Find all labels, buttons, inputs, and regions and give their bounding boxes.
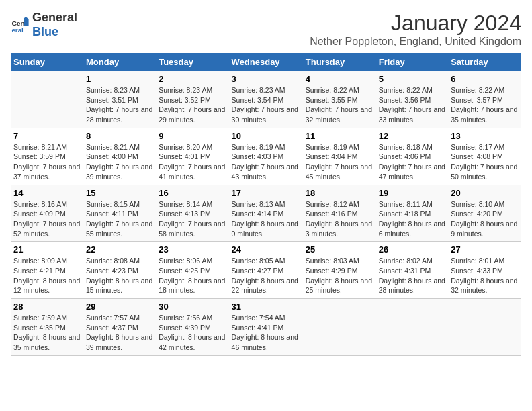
day-number: 31 [232,302,300,312]
subtitle: Nether Poppleton, England, United Kingdo… [310,36,521,48]
calendar-table: SundayMondayTuesdayWednesdayThursdayFrid… [11,53,521,356]
calendar-cell: 31Sunrise: 7:54 AMSunset: 4:41 PMDayligh… [229,299,303,356]
cell-content: Sunrise: 8:11 AMSunset: 4:18 PMDaylight:… [379,199,445,239]
col-header-tuesday: Tuesday [156,53,228,71]
day-number: 3 [232,74,300,84]
cell-content: Sunrise: 8:22 AMSunset: 3:57 PMDaylight:… [451,85,519,125]
day-number: 12 [379,131,445,141]
day-number: 19 [379,188,445,198]
svg-marker-3 [23,17,28,19]
day-number: 30 [159,302,226,312]
day-number: 1 [86,74,153,84]
logo-blue: Blue [32,25,58,38]
col-header-wednesday: Wednesday [229,53,303,71]
calendar-cell: 9Sunrise: 8:20 AMSunset: 4:01 PMDaylight… [156,128,228,185]
col-header-thursday: Thursday [303,53,376,71]
day-number: 11 [306,131,373,141]
day-number: 26 [379,244,445,255]
header: Gen eral General Blue January 2024 Nethe… [11,11,521,48]
day-number: 15 [86,188,153,198]
calendar-cell: 23Sunrise: 8:06 AMSunset: 4:25 PMDayligh… [156,242,228,299]
calendar-cell: 22Sunrise: 8:08 AMSunset: 4:23 PMDayligh… [83,242,156,299]
cell-content: Sunrise: 8:21 AMSunset: 4:00 PMDaylight:… [86,142,153,182]
cell-content: Sunrise: 8:20 AMSunset: 4:01 PMDaylight:… [159,142,226,182]
col-header-monday: Monday [83,53,156,71]
calendar-cell: 27Sunrise: 8:01 AMSunset: 4:33 PMDayligh… [448,242,521,299]
col-header-saturday: Saturday [448,53,521,71]
cell-content: Sunrise: 8:10 AMSunset: 4:20 PMDaylight:… [451,199,519,239]
cell-content: Sunrise: 8:05 AMSunset: 4:27 PMDaylight:… [232,256,300,295]
table-body: 1Sunrise: 8:23 AMSunset: 3:51 PMDaylight… [11,71,521,355]
calendar-cell: 12Sunrise: 8:18 AMSunset: 4:06 PMDayligh… [376,128,448,185]
cell-content: Sunrise: 8:14 AMSunset: 4:13 PMDaylight:… [159,199,226,239]
cell-content: Sunrise: 7:57 AMSunset: 4:37 PMDaylight:… [86,313,153,353]
day-number: 8 [86,131,153,141]
calendar-cell: 8Sunrise: 8:21 AMSunset: 4:00 PMDaylight… [83,128,156,185]
calendar-cell [376,299,448,356]
day-number: 9 [159,131,226,141]
day-number: 18 [306,188,373,198]
cell-content: Sunrise: 8:02 AMSunset: 4:31 PMDaylight:… [379,256,445,295]
cell-content: Sunrise: 8:22 AMSunset: 3:56 PMDaylight:… [379,85,445,125]
table-row: 21Sunrise: 8:09 AMSunset: 4:21 PMDayligh… [11,242,521,299]
calendar-cell: 15Sunrise: 8:15 AMSunset: 4:11 PMDayligh… [83,185,156,242]
calendar-cell: 10Sunrise: 8:19 AMSunset: 4:03 PMDayligh… [229,128,303,185]
calendar-cell: 25Sunrise: 8:03 AMSunset: 4:29 PMDayligh… [303,242,376,299]
cell-content: Sunrise: 8:18 AMSunset: 4:06 PMDaylight:… [379,142,445,182]
cell-content: Sunrise: 8:22 AMSunset: 3:55 PMDaylight:… [306,85,373,125]
day-number: 21 [13,244,81,255]
cell-content: Sunrise: 8:17 AMSunset: 4:08 PMDaylight:… [451,142,519,182]
cell-content: Sunrise: 8:13 AMSunset: 4:14 PMDaylight:… [232,199,300,239]
calendar-cell: 18Sunrise: 8:12 AMSunset: 4:16 PMDayligh… [303,185,376,242]
cell-content: Sunrise: 8:03 AMSunset: 4:29 PMDaylight:… [306,256,373,295]
day-number: 22 [86,244,153,255]
calendar-cell [448,299,521,356]
cell-content: Sunrise: 8:06 AMSunset: 4:25 PMDaylight:… [159,256,226,295]
day-number: 6 [451,74,519,84]
cell-content: Sunrise: 8:23 AMSunset: 3:54 PMDaylight:… [232,85,300,125]
cell-content: Sunrise: 8:08 AMSunset: 4:23 PMDaylight:… [86,256,153,295]
calendar-cell: 19Sunrise: 8:11 AMSunset: 4:18 PMDayligh… [376,185,448,242]
calendar-cell: 4Sunrise: 8:22 AMSunset: 3:55 PMDaylight… [303,71,376,128]
day-number: 7 [13,131,81,141]
logo: Gen eral General Blue [11,11,77,39]
table-header: SundayMondayTuesdayWednesdayThursdayFrid… [11,53,521,71]
day-number: 2 [159,74,226,84]
table-row: 14Sunrise: 8:16 AMSunset: 4:09 PMDayligh… [11,185,521,242]
day-number: 25 [306,244,373,255]
calendar-cell: 2Sunrise: 8:23 AMSunset: 3:52 PMDaylight… [156,71,228,128]
day-number: 28 [13,302,81,312]
calendar-cell [11,71,83,128]
day-number: 23 [159,244,226,255]
calendar-cell: 7Sunrise: 8:21 AMSunset: 3:59 PMDaylight… [11,128,83,185]
header-row: SundayMondayTuesdayWednesdayThursdayFrid… [11,53,521,71]
day-number: 24 [232,244,300,255]
svg-marker-2 [24,19,29,26]
calendar-cell: 24Sunrise: 8:05 AMSunset: 4:27 PMDayligh… [229,242,303,299]
calendar-cell: 1Sunrise: 8:23 AMSunset: 3:51 PMDaylight… [83,71,156,128]
day-number: 17 [232,188,300,198]
cell-content: Sunrise: 8:15 AMSunset: 4:11 PMDaylight:… [86,199,153,239]
table-row: 1Sunrise: 8:23 AMSunset: 3:51 PMDaylight… [11,71,521,128]
calendar-cell: 3Sunrise: 8:23 AMSunset: 3:54 PMDaylight… [229,71,303,128]
title-area: January 2024 Nether Poppleton, England, … [310,11,521,48]
calendar-cell: 21Sunrise: 8:09 AMSunset: 4:21 PMDayligh… [11,242,83,299]
day-number: 29 [86,302,153,312]
cell-content: Sunrise: 8:09 AMSunset: 4:21 PMDaylight:… [13,256,81,295]
cell-content: Sunrise: 8:01 AMSunset: 4:33 PMDaylight:… [451,256,519,295]
cell-content: Sunrise: 8:16 AMSunset: 4:09 PMDaylight:… [13,199,81,239]
day-number: 14 [13,188,81,198]
cell-content: Sunrise: 8:19 AMSunset: 4:03 PMDaylight:… [232,142,300,182]
main-title: January 2024 [310,11,521,36]
day-number: 5 [379,74,445,84]
calendar-cell: 14Sunrise: 8:16 AMSunset: 4:09 PMDayligh… [11,185,83,242]
calendar-cell: 28Sunrise: 7:59 AMSunset: 4:35 PMDayligh… [11,299,83,356]
calendar-cell [303,299,376,356]
cell-content: Sunrise: 8:19 AMSunset: 4:04 PMDaylight:… [306,142,373,182]
calendar-cell: 6Sunrise: 8:22 AMSunset: 3:57 PMDaylight… [448,71,521,128]
day-number: 16 [159,188,226,198]
day-number: 20 [451,188,519,198]
calendar-cell: 29Sunrise: 7:57 AMSunset: 4:37 PMDayligh… [83,299,156,356]
calendar-cell: 17Sunrise: 8:13 AMSunset: 4:14 PMDayligh… [229,185,303,242]
cell-content: Sunrise: 7:54 AMSunset: 4:41 PMDaylight:… [232,313,300,353]
